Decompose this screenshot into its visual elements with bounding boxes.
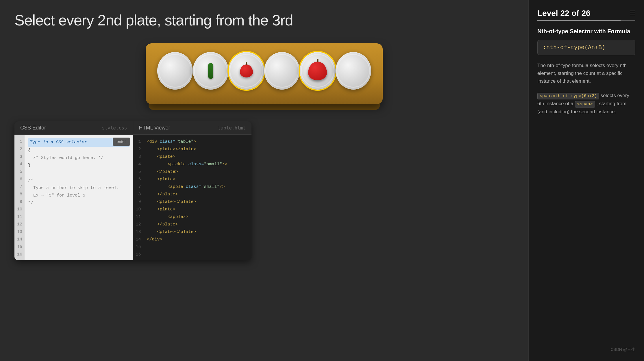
selector-formula: :nth-of-type(An+B): [537, 40, 635, 55]
example-code-inline: span:nth-of-type(6n+2): [537, 93, 599, 99]
page-title: Select every 2nd plate, starting from th…: [14, 12, 514, 29]
plate-1: [157, 52, 193, 90]
example-text: span:nth-of-type(6n+2) selects every 6th…: [537, 92, 635, 116]
html-viewer-panel: HTML Viewer table.html 12345678910111213…: [133, 121, 252, 260]
apple-large-5: [308, 62, 327, 80]
html-viewer-header: HTML Viewer table.html: [133, 121, 252, 135]
html-line-13: <plate></plate>: [147, 228, 248, 236]
plate-6: [336, 52, 371, 90]
wooden-table: [146, 43, 383, 104]
description-text: The nth-of-type formula selects every nt…: [537, 62, 635, 85]
css-editor-title: CSS Editor: [20, 125, 46, 131]
html-line-8: </plate>: [147, 191, 248, 198]
html-line-numbers: 1234567891011121314151617181920: [133, 135, 143, 260]
html-line-9: <plate></plate>: [147, 198, 248, 206]
css-line-numbers: 1234567891011121314151617181920: [14, 135, 25, 260]
example-span-inline: <span>: [575, 101, 595, 108]
css-editor-panel: CSS Editor style.css 1234567891011121314…: [14, 121, 133, 260]
main-content: Select every 2nd plate, starting from th…: [0, 0, 528, 361]
level-title: Level 22 of 26: [537, 9, 591, 18]
css-line-6: /*: [28, 177, 129, 184]
html-line-1: <div class="table">: [147, 138, 248, 146]
css-line-8: Ex → "5" for level 5: [28, 192, 129, 199]
html-line-12: </plate>: [147, 221, 248, 228]
selector-type-title: Nth-of-type Selector with Formula: [537, 28, 635, 35]
html-line-10: <plate>: [147, 206, 248, 213]
css-line-7: Type a number to skip to a level.: [28, 184, 129, 192]
css-line-5: [28, 169, 129, 177]
plate-4: [264, 52, 300, 90]
bottom-credit: CSDN @三生: [537, 347, 635, 352]
html-viewer-filename: table.html: [218, 125, 246, 131]
html-code-area: <div class="table"> <plate></plate> <pla…: [143, 135, 252, 260]
css-editor-filename: style.css: [102, 125, 127, 131]
html-line-3: <plate>: [147, 153, 248, 161]
plate-5: [300, 52, 335, 90]
level-header: Level 22 of 26 ☰: [537, 9, 635, 18]
menu-icon[interactable]: ☰: [630, 10, 635, 17]
apple-small-3: [240, 64, 253, 77]
html-line-7: <apple class="small"/>: [147, 183, 248, 191]
css-line-2: {: [28, 147, 129, 154]
plate-2: [193, 52, 228, 90]
level-divider: [537, 20, 635, 21]
plates-row: [157, 52, 371, 90]
html-line-5: </plate>: [147, 168, 248, 176]
css-code-area[interactable]: Type in a CSS selector enter { /* Styles…: [25, 135, 133, 260]
html-line-11: <apple/>: [147, 213, 248, 221]
editors-section: CSS Editor style.css 1234567891011121314…: [14, 121, 251, 260]
html-line-2: <plate></plate>: [147, 146, 248, 153]
table-container: [146, 43, 383, 104]
css-line-4: }: [28, 162, 129, 169]
html-viewer-title: HTML Viewer: [139, 125, 170, 131]
css-line-9: */: [28, 199, 129, 207]
pickle: [208, 63, 213, 79]
css-editor-header: CSS Editor style.css: [14, 121, 133, 135]
css-editor-body: 1234567891011121314151617181920 Type in …: [14, 135, 133, 260]
html-line-14: </div>: [147, 236, 248, 243]
html-line-6: <plate>: [147, 176, 248, 183]
html-viewer-body: 1234567891011121314151617181920 <div cla…: [133, 135, 252, 260]
right-sidebar: Level 22 of 26 ☰ Nth-of-type Selector wi…: [528, 0, 644, 361]
enter-button[interactable]: enter: [113, 138, 130, 146]
plate-3: [229, 52, 264, 90]
html-line-4: <pickle class="small"/>: [147, 161, 248, 168]
css-line-3: /* Styles would go here. */: [28, 154, 129, 162]
